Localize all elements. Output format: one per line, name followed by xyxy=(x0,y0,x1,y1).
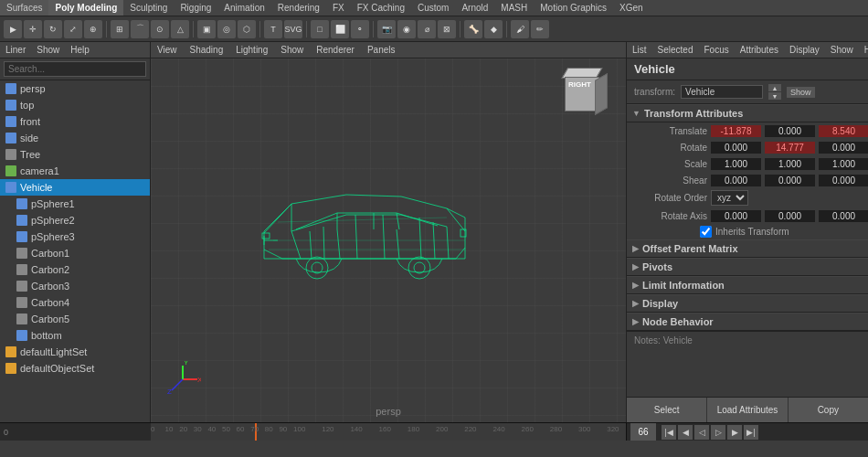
load-attributes-button[interactable]: Load Attributes xyxy=(707,398,788,422)
orientation-cube[interactable]: RIGHT xyxy=(557,68,608,118)
outliner-item-carbon4[interactable]: Carbon4 xyxy=(0,294,150,311)
play-back-btn[interactable]: ◁ xyxy=(694,425,709,440)
display-section[interactable]: ▶ Display xyxy=(627,294,868,313)
outliner-menu-help[interactable]: Help xyxy=(65,45,95,55)
rotate-tool-icon[interactable]: ↻ xyxy=(44,20,62,38)
menu-rigging[interactable]: Rigging xyxy=(174,0,217,16)
transform-prev-btn[interactable]: ▲ xyxy=(768,84,781,91)
outliner-item-tree[interactable]: Tree xyxy=(0,146,150,163)
rig-icon[interactable]: 🦴 xyxy=(464,20,482,38)
timeline-ruler[interactable]: 0 10 20 30 40 50 60 70 80 90 100 120 140… xyxy=(151,423,626,441)
outliner-menu-show[interactable]: Show xyxy=(31,45,65,55)
go-to-end-btn[interactable]: ▶| xyxy=(744,425,758,440)
menu-poly-modeling[interactable]: Poly Modeling xyxy=(48,0,123,16)
inherits-transform-checkbox[interactable] xyxy=(700,226,712,238)
paint-icon[interactable]: 🖌 xyxy=(511,20,529,38)
step-fwd-btn[interactable]: ▶ xyxy=(727,425,742,440)
menu-custom[interactable]: Custom xyxy=(411,0,455,16)
deform-icon[interactable]: ⌀ xyxy=(418,20,436,38)
limit-info-section[interactable]: ▶ Limit Information xyxy=(627,276,868,294)
outliner-menu-liner[interactable]: Liner xyxy=(0,45,31,55)
shear-z-input[interactable] xyxy=(819,175,868,186)
scale-z-input[interactable] xyxy=(819,158,868,170)
transform-next-btn[interactable]: ▼ xyxy=(768,92,781,100)
menu-animation[interactable]: Animation xyxy=(217,0,270,16)
attr-menu-selected[interactable]: Selected xyxy=(652,45,699,55)
append-poly-icon[interactable]: ⬜ xyxy=(331,20,349,38)
attr-menu-focus[interactable]: Focus xyxy=(698,45,734,55)
scale-x-input[interactable] xyxy=(711,158,761,170)
nurbs-icon[interactable]: ◎ xyxy=(217,20,236,38)
outliner-item-psphere3[interactable]: pSphere3 xyxy=(0,228,150,245)
current-frame-input[interactable] xyxy=(630,423,656,441)
step-back-btn[interactable]: ◀ xyxy=(678,425,693,440)
snap-surface-icon[interactable]: △ xyxy=(171,20,189,38)
subdiv-icon[interactable]: ⬡ xyxy=(238,20,256,38)
go-to-start-btn[interactable]: |◀ xyxy=(662,425,676,440)
attr-menu-list[interactable]: List xyxy=(627,45,652,55)
menu-rendering[interactable]: Rendering xyxy=(271,0,326,16)
outliner-item-camera1[interactable]: camera1 xyxy=(0,163,150,179)
shear-y-input[interactable] xyxy=(765,175,815,186)
menu-sculpting[interactable]: Sculpting xyxy=(123,0,174,16)
translate-z-input[interactable] xyxy=(819,125,868,137)
outliner-item-default-object-set[interactable]: defaultObjectSet xyxy=(0,360,150,377)
outliner-item-top[interactable]: top xyxy=(0,97,150,113)
viewport-menu-renderer[interactable]: Renderer xyxy=(310,45,361,55)
menu-surfaces[interactable]: Surfaces xyxy=(0,0,48,16)
rotate-x-input[interactable] xyxy=(711,142,761,154)
viewport-menu-panels[interactable]: Panels xyxy=(361,45,402,55)
merge-icon[interactable]: ⚬ xyxy=(351,20,369,38)
outliner-item-carbon1[interactable]: Carbon1 xyxy=(0,245,150,261)
viewport-menu-view[interactable]: View xyxy=(151,45,184,55)
outliner-item-bottom[interactable]: bottom xyxy=(0,327,150,344)
translate-x-input[interactable] xyxy=(711,125,761,137)
rotate-axis-x-input[interactable] xyxy=(711,210,761,222)
menu-motion-graphics[interactable]: Motion Graphics xyxy=(534,0,613,16)
attr-menu-help[interactable]: Help xyxy=(859,45,868,55)
offset-parent-matrix-section[interactable]: ▶ Offset Parent Matrix xyxy=(627,239,868,258)
attr-menu-show[interactable]: Show xyxy=(825,45,859,55)
outliner-item-carbon2[interactable]: Carbon2 xyxy=(0,261,150,278)
outliner-item-front[interactable]: front xyxy=(0,113,150,130)
render-icon[interactable]: ◉ xyxy=(397,20,416,38)
outliner-item-side[interactable]: side xyxy=(0,130,150,146)
rotate-axis-z-input[interactable] xyxy=(819,210,868,222)
snap-curve-icon[interactable]: ⌒ xyxy=(131,20,149,38)
extrude-icon[interactable]: T xyxy=(264,20,282,38)
poly-mesh-icon[interactable]: ▣ xyxy=(197,20,216,38)
outliner-item-psphere1[interactable]: pSphere1 xyxy=(0,196,150,212)
node-behavior-section[interactable]: ▶ Node Behavior xyxy=(627,313,868,331)
outliner-item-persp[interactable]: persp xyxy=(0,80,150,97)
lattice-icon[interactable]: ⊠ xyxy=(438,20,456,38)
transform-name-input[interactable] xyxy=(681,85,763,99)
outliner-item-vehicle[interactable]: Vehicle xyxy=(0,179,150,196)
outliner-item-default-light-set[interactable]: defaultLightSet xyxy=(0,344,150,360)
transform-attributes-section[interactable]: ▼ Transform Attributes xyxy=(627,104,868,122)
menu-fx-caching[interactable]: FX Caching xyxy=(351,0,411,16)
rotate-z-input[interactable] xyxy=(819,142,868,154)
move-tool-icon[interactable]: ✛ xyxy=(24,20,42,38)
menu-fx[interactable]: FX xyxy=(326,0,351,16)
rotate-axis-y-input[interactable] xyxy=(765,210,815,222)
rotate-y-input[interactable] xyxy=(765,142,815,154)
viewport-menu-show[interactable]: Show xyxy=(274,45,310,55)
sculpt-icon[interactable]: ✏ xyxy=(531,20,549,38)
joint-icon[interactable]: ◆ xyxy=(484,20,503,38)
translate-y-input[interactable] xyxy=(765,125,815,137)
scale-y-input[interactable] xyxy=(765,158,815,170)
menu-mash[interactable]: MASH xyxy=(494,0,534,16)
search-input[interactable] xyxy=(4,61,146,77)
menu-arnold[interactable]: Arnold xyxy=(455,0,494,16)
viewport-menu-shading[interactable]: Shading xyxy=(184,45,230,55)
camera-icon[interactable]: 📷 xyxy=(377,20,396,38)
transform-tool-icon[interactable]: ⊕ xyxy=(84,20,102,38)
shear-x-input[interactable] xyxy=(711,175,761,186)
scale-tool-icon[interactable]: ⤢ xyxy=(64,20,82,38)
pivots-section[interactable]: ▶ Pivots xyxy=(627,258,868,276)
select-tool-icon[interactable]: ▶ xyxy=(4,20,22,38)
outliner-item-carbon5[interactable]: Carbon5 xyxy=(0,311,150,327)
attr-menu-attributes[interactable]: Attributes xyxy=(735,45,784,55)
create-poly-icon[interactable]: □ xyxy=(311,20,329,38)
rotate-order-select[interactable]: xyzyzxzxyxzyyxzzyx xyxy=(711,190,748,206)
